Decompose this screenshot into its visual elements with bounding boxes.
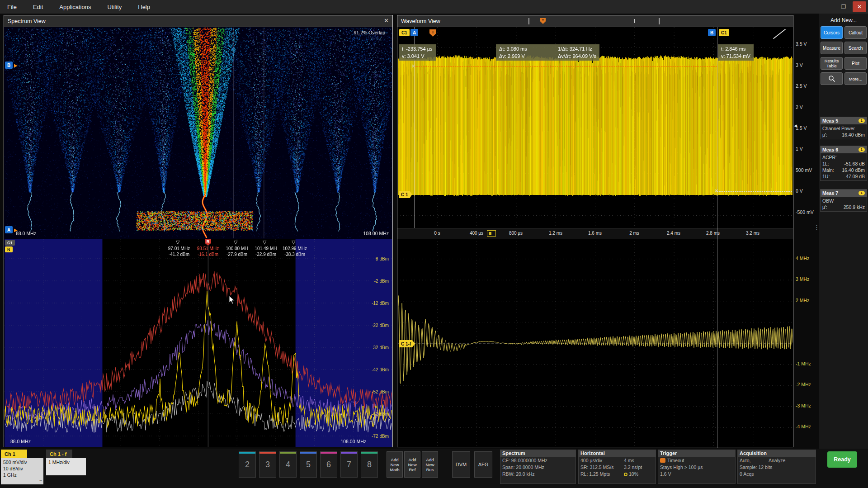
add-new-sidebar: Add New... Cursors Callout Measure Searc…: [819, 14, 868, 449]
dbm-label-8: -72 dBm: [372, 434, 389, 439]
trigger-settings-badge[interactable]: Trigger Timeout Stays High > 100 µs 1.6 …: [658, 450, 736, 484]
horizontal-settings-badge[interactable]: Horizontal 400 µs/div4 ms SR: 312.5 MS/s…: [578, 450, 656, 484]
marker1-ampl: -41.2 dBm: [165, 252, 193, 257]
channel-8-button[interactable]: 8: [361, 451, 378, 478]
channel-6-color: [321, 452, 337, 454]
ch1-settings-card[interactable]: 500 mV/div 10 dB/div 1 GHz ⌁: [1, 458, 43, 484]
acquisition-settings-badge[interactable]: Acquisition Auto,Analyze Sample: 12 bits…: [737, 450, 816, 484]
waveform-view-panel: Waveform View T C1 A T B C1 ✕ ✕ t: -233.…: [397, 15, 793, 447]
marker-triangle-3[interactable]: ▽: [234, 239, 237, 245]
marker-triangle-5[interactable]: ▽: [292, 239, 295, 245]
cursor-a-time: t: -233.754 µs: [402, 45, 433, 52]
spectrogram-canvas[interactable]: [5, 28, 392, 238]
marker-triangle-4[interactable]: ▽: [263, 239, 266, 245]
zoom-icon: [828, 75, 835, 82]
cursor-a-handle[interactable]: ✕: [411, 63, 415, 69]
trigger-type-icon: [660, 458, 665, 463]
time-axis: 0 s 400 µs 800 µs 1.2 ms 1.6 ms 2 ms 2.4…: [397, 228, 793, 239]
marker-a-badge[interactable]: A: [5, 226, 13, 233]
cursor-b-level-line[interactable]: [717, 191, 792, 192]
minimize-icon[interactable]: –: [821, 1, 835, 12]
cursor-a-badge[interactable]: A: [410, 29, 418, 36]
delta-v-over-t: Δv/Δt: 964.09 V/s: [558, 52, 596, 60]
record-view-icon: [624, 473, 627, 476]
time-label-6: 2.4 ms: [667, 231, 680, 236]
meas7-badge[interactable]: Meas 71 OBW µ':250.9 kHz: [820, 189, 867, 212]
cursor-b-handle[interactable]: ✕: [714, 188, 718, 194]
menu-help[interactable]: Help: [138, 4, 150, 10]
channel-4-button[interactable]: 4: [279, 451, 297, 478]
cursor-b-badge[interactable]: B: [708, 29, 716, 36]
time-label-3: 1.2 ms: [549, 231, 562, 236]
inv-delta-t: 1/Δt: 324.71 Hz: [558, 45, 592, 52]
close-icon[interactable]: ✕: [853, 1, 866, 12]
sidebar-title: Add New...: [819, 14, 868, 24]
overlap-label: 91.2% Overlap: [354, 30, 385, 35]
cursor-b-readout: t: 2.846 ms v: 71.534 mV: [718, 44, 754, 61]
spectrum-trace-badge[interactable]: N: [5, 246, 13, 252]
horizontal-settings-title: Horizontal: [579, 450, 656, 457]
marker-a-arrow-icon: ▶: [14, 227, 18, 232]
channel-5-button[interactable]: 5: [300, 451, 317, 478]
channel-6-button[interactable]: 6: [320, 451, 337, 478]
marker2-freq: 98.51 MHz: [193, 246, 222, 251]
afg-button[interactable]: AFG: [474, 451, 492, 478]
channel-1-right-badge[interactable]: C1: [719, 29, 729, 36]
search-button[interactable]: Search: [844, 42, 867, 54]
channel-ground-badge[interactable]: C 1: [399, 191, 412, 198]
v-label-5: 1 V: [796, 146, 803, 152]
channel-7-button[interactable]: 7: [340, 451, 358, 478]
acquisition-settings-title: Acquisition: [738, 450, 816, 457]
callout-button[interactable]: Callout: [844, 26, 867, 39]
cursors-button[interactable]: Cursors: [821, 26, 843, 39]
spectrum-channel-badge[interactable]: C1: [5, 240, 15, 246]
cursor-a-level-line[interactable]: [414, 66, 717, 67]
freq-trace-badge[interactable]: C 1-f: [399, 340, 415, 347]
add-new-math-button[interactable]: Add New Math: [387, 451, 403, 478]
add-new-ref-button[interactable]: Add New Ref: [404, 451, 420, 478]
menu-applications[interactable]: Applications: [59, 4, 91, 10]
meas5-title: Meas 5: [822, 118, 838, 123]
spectrum-close-icon[interactable]: ✕: [384, 17, 389, 24]
channel-3-button[interactable]: 3: [259, 451, 276, 478]
ch1-badge[interactable]: Ch 1: [1, 450, 27, 458]
v-label-7: 0 V: [796, 188, 803, 194]
spectrum-settings-badge[interactable]: Spectrum CF: 98.0000000 MHz Span: 20.000…: [500, 450, 576, 484]
menu-file[interactable]: File: [7, 4, 17, 10]
plot-button[interactable]: Plot: [844, 57, 867, 70]
results-table-button[interactable]: Results Table: [821, 57, 843, 70]
trigger-level-arrow-icon[interactable]: ◀: [794, 123, 797, 128]
zoom-button[interactable]: [821, 72, 843, 85]
meas7-title: Meas 7: [822, 190, 838, 196]
more-button[interactable]: More...: [844, 72, 867, 85]
restore-icon[interactable]: ❐: [837, 1, 850, 12]
menu-edit[interactable]: Edit: [33, 4, 43, 10]
dbm-label-2: -12 dBm: [372, 301, 389, 306]
ch1f-settings-card[interactable]: 1 MHz/div: [46, 458, 86, 475]
time-label-8: 3.2 ms: [746, 231, 760, 236]
meas5-badge[interactable]: Meas 51 Channel Power µ':16.40 dBm: [820, 117, 867, 139]
dvm-button[interactable]: DVM: [452, 451, 470, 478]
ch1f-badge[interactable]: Ch 1 - f: [46, 450, 72, 458]
channel-1-badge[interactable]: C1: [399, 29, 410, 36]
channel-2-button[interactable]: 2: [239, 451, 256, 478]
marker5-ampl: -38.3 dBm: [280, 252, 309, 257]
marker-triangle-1[interactable]: ▽: [176, 239, 179, 245]
meas5-source-badge: 1: [859, 118, 865, 123]
menu-utility[interactable]: Utility: [107, 4, 122, 10]
marker-b-badge[interactable]: B: [5, 62, 13, 69]
cursor-b-line[interactable]: [717, 27, 717, 448]
meas6-badge[interactable]: Meas 61 ACPR' 1L:-51.68 dB Main:16.40 dB…: [820, 146, 867, 181]
zoom-ruler[interactable]: T: [528, 18, 660, 24]
marker-b-arrow-icon: ▶: [14, 63, 18, 68]
add-new-bus-button[interactable]: Add New Bus: [422, 451, 438, 478]
spectrum-x-left: 88.0 MHz: [10, 439, 31, 444]
ruler-trigger-icon[interactable]: T: [540, 18, 546, 24]
frequency-canvas[interactable]: [398, 239, 793, 447]
spectrum-plot-canvas[interactable]: [5, 239, 392, 447]
measure-button[interactable]: Measure: [821, 42, 843, 54]
spectrum-view-titlebar: Spectrum View ✕: [4, 15, 392, 27]
channel-5-color: [300, 452, 316, 454]
expansion-point-icon[interactable]: [487, 230, 496, 237]
mhz-label-5: -3 MHz: [796, 403, 811, 408]
